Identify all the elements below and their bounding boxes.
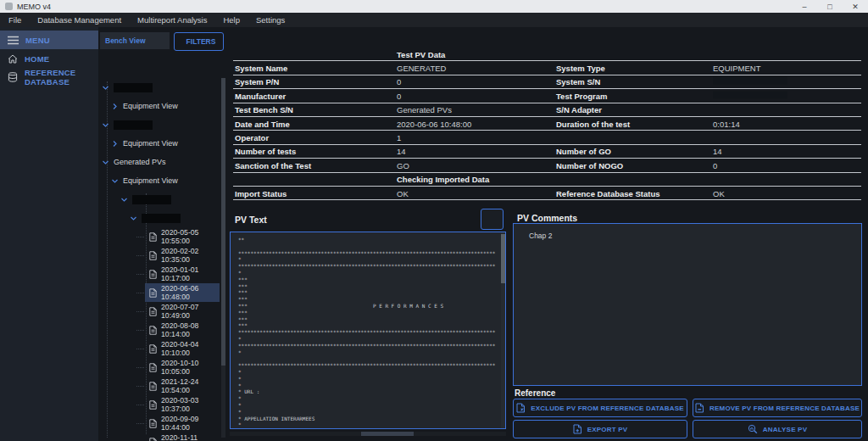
pv-text-vertical-scrollbar[interactable] xyxy=(501,232,505,428)
pv-list-item[interactable]: 2020-02-02 10:35:00 xyxy=(145,246,220,265)
pv-date-label: 2020-08-08 10:14:00 xyxy=(161,321,220,338)
sidebar-item-reference-database[interactable]: REFERENCE DATABASE xyxy=(0,68,98,87)
table-cell-v1: Generated PVs xyxy=(397,105,452,114)
remove-pv-from-reference-database-button[interactable]: REMOVE PV FROM REFERENCE DATABASE xyxy=(693,399,862,417)
table-title: Test PV Data xyxy=(397,49,445,59)
document-minus-icon xyxy=(695,403,704,413)
view-selector-dropdown[interactable]: Bench View xyxy=(100,32,170,49)
pv-text-box[interactable]: ** *************************************… xyxy=(230,232,506,429)
table-cell-v1: OK xyxy=(397,188,409,198)
tree-controls: Bench View FILTERS xyxy=(98,27,225,51)
table-cell-v1: 0 xyxy=(397,77,401,87)
tree-node-label: Equipment View xyxy=(123,139,178,148)
table-cell-v2: EQUIPMENT xyxy=(713,64,760,73)
pv-list-item[interactable]: 2020-03-03 10:37:00 xyxy=(145,395,220,414)
table-row: Date and Time2020-06-06 10:48:00Duration… xyxy=(233,117,861,131)
tree-node[interactable]: Equipment View xyxy=(111,97,220,115)
pv-text-preview-button[interactable] xyxy=(481,209,504,230)
table-cell-l1: Test Bench S/N xyxy=(235,105,293,114)
redacted-label xyxy=(142,214,181,223)
magnifier-chart-icon xyxy=(748,424,758,434)
caret-right-icon xyxy=(111,140,119,148)
pv-list-item[interactable]: 2020-07-07 10:49:00 xyxy=(145,302,220,321)
tree-node[interactable] xyxy=(130,209,220,227)
sidebar-item-menu[interactable]: MENU xyxy=(0,31,98,49)
pv-comments-title: PV Comments xyxy=(517,213,577,223)
close-button[interactable]: ✕ xyxy=(843,0,868,13)
pv-list-item[interactable]: 2020-01-01 10:17:00 xyxy=(145,265,220,283)
export-pv-button[interactable]: EXPORT PV xyxy=(513,420,687,438)
maximize-button[interactable]: □ xyxy=(817,0,843,13)
pv-date-label: 2020-03-03 10:37:00 xyxy=(161,396,220,413)
exclude-pv-from-reference-database-button[interactable]: EXCLUDE PV FROM REFERENCE DATABASE xyxy=(513,399,687,417)
tree-node[interactable]: Equipment View xyxy=(111,171,220,190)
minimize-button[interactable]: – xyxy=(792,0,817,13)
sidebar-item-home[interactable]: HOME xyxy=(0,49,98,68)
pv-date-label: 2020-05-05 10:55:00 xyxy=(161,228,220,245)
document-icon xyxy=(149,251,157,260)
table-title-row: Test PV Data xyxy=(233,47,861,61)
document-icon xyxy=(149,419,157,428)
tree-panel: Bench View FILTERS Equipment ViewEquipme… xyxy=(98,27,225,441)
tree-node-label: Equipment View xyxy=(123,102,178,110)
menu-item-file[interactable]: File xyxy=(8,15,21,25)
pv-list-item[interactable]: 2020-09-09 10:44:00 xyxy=(145,414,220,433)
menu-item-help[interactable]: Help xyxy=(223,15,240,25)
reference-button-label: REMOVE PV FROM REFERENCE DATABASE xyxy=(709,405,860,412)
redacted-value xyxy=(713,91,787,98)
table-cell-l1: Sanction of the Test xyxy=(235,160,311,170)
table-cell-l2: System S/N xyxy=(556,77,600,87)
pv-comment-text: Chap 2 xyxy=(514,224,861,240)
database-icon xyxy=(8,72,18,82)
pv-list-item[interactable]: 2020-06-06 10:48:00 xyxy=(145,283,220,302)
table-cell-v2: OK xyxy=(713,188,725,198)
redacted-label xyxy=(114,120,153,130)
menu-item-database-management[interactable]: Database Management xyxy=(37,15,121,25)
menu-item-settings[interactable]: Settings xyxy=(256,15,285,25)
caret-down-icon xyxy=(111,177,119,185)
menu-icon xyxy=(8,36,19,45)
table-row: Test Bench S/NGenerated PVsS/N Adapter xyxy=(233,103,861,117)
table-row: System P/N0System S/N xyxy=(233,75,861,89)
tree-node[interactable]: Generated PVs xyxy=(102,153,220,171)
pv-text-vertical-scrollbar-thumb[interactable] xyxy=(501,234,505,283)
menu-item-multireport-analysis[interactable]: Multireport Analysis xyxy=(137,15,207,25)
pv-comments-box[interactable]: Chap 2 xyxy=(513,223,862,386)
pv-list-item[interactable]: 2020-11-11 10:54:00 xyxy=(145,433,220,441)
reference-buttons: EXCLUDE PV FROM REFERENCE DATABASEREMOVE… xyxy=(513,399,862,438)
analyse-pv-button[interactable]: ANALYSE PV xyxy=(693,420,862,438)
table-cell-l2: Test Program xyxy=(556,91,608,100)
document-icon xyxy=(149,326,157,335)
reference-button-label: ANALYSE PV xyxy=(763,426,807,433)
table-cell-l2: Duration of the test xyxy=(556,119,630,128)
pv-text-content: ** *************************************… xyxy=(238,237,502,425)
table-section-row: Checking Imported Data xyxy=(233,173,861,187)
table-cell-l2: System Type xyxy=(556,64,605,73)
document-icon xyxy=(149,382,157,391)
table-cell-l2: Number of NOGO xyxy=(556,160,623,170)
table-cell-l2: Number of GO xyxy=(556,147,611,156)
pv-date-label: 2020-01-01 10:17:00 xyxy=(161,265,220,282)
pv-list-item[interactable]: 2020-10-10 10:05:00 xyxy=(145,358,220,377)
pv-date-label: 2020-09-09 10:44:00 xyxy=(161,415,220,432)
pv-text-horizontal-scrollbar-thumb[interactable] xyxy=(361,432,414,436)
tree-node[interactable] xyxy=(120,190,220,209)
pv-list-item[interactable]: 2020-04-04 10:10:00 xyxy=(145,339,220,358)
pv-list-item[interactable]: 2020-05-05 10:55:00 xyxy=(145,227,220,246)
table-cell-l1: Number of tests xyxy=(235,147,296,156)
redacted-label xyxy=(114,83,153,92)
sidebar: MENUHOMEREFERENCE DATABASE xyxy=(0,27,98,441)
pv-list-item[interactable]: 2020-08-08 10:14:00 xyxy=(145,321,220,339)
view-selector-value: Bench View xyxy=(105,36,146,45)
tree-node[interactable] xyxy=(102,115,220,134)
pv-text-horizontal-scrollbar[interactable] xyxy=(230,432,506,436)
main-content: Test PV DataSystem NameGENERATEDSystem T… xyxy=(225,27,868,441)
table-cell-v1: 2020-06-06 10:48:00 xyxy=(397,119,471,128)
pv-list-item[interactable]: 2021-12-24 10:54:00 xyxy=(145,377,220,395)
window-title: MEMO v4 xyxy=(17,3,51,11)
filters-button[interactable]: FILTERS xyxy=(174,32,224,51)
table-row: System NameGENERATEDSystem TypeEQUIPMENT xyxy=(233,61,861,75)
document-icon xyxy=(149,363,157,372)
tree-node[interactable] xyxy=(102,78,220,97)
tree-node[interactable]: Equipment View xyxy=(111,134,220,153)
